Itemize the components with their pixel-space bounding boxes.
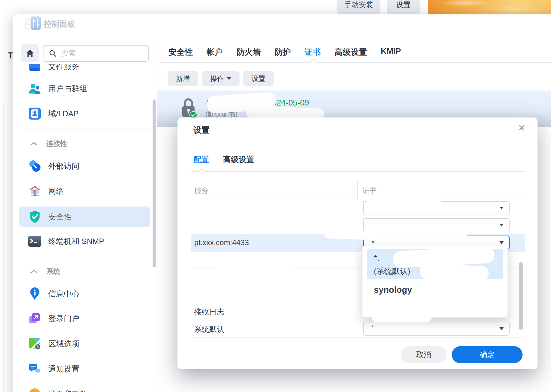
caret-down-icon [227, 77, 231, 80]
screen: T 手动安装 设置 控制面板 文件服务 用户与群组 [0, 0, 551, 392]
caret-down-icon [499, 224, 504, 227]
chevron-up-icon [30, 269, 37, 273]
add-button[interactable]: 新增 [168, 71, 198, 86]
system-default-cell: 系统默认 [194, 324, 224, 334]
redaction-blob [192, 213, 234, 221]
tab-protection[interactable]: 防护 [275, 47, 291, 58]
desktop-settings-button[interactable]: 设置 [387, 0, 420, 14]
sidebar-item-external-access[interactable]: 外部访问 [19, 156, 150, 176]
action-button[interactable]: 操作 [202, 71, 240, 86]
row-divider [191, 320, 525, 320]
redaction-blob [216, 266, 294, 272]
settings-button[interactable]: 设置 [243, 71, 274, 86]
section-label: 系统 [46, 267, 60, 276]
header-divider [13, 34, 551, 34]
notification-icon [28, 363, 42, 375]
sidebar-item-domain-ldap[interactable]: 域/LDAP [19, 103, 150, 124]
close-icon[interactable]: ✕ [518, 123, 526, 132]
redaction-blob [372, 312, 432, 322]
sidebar-item-file-services[interactable]: 文件服务 [19, 64, 150, 77]
redaction-blob [324, 229, 375, 240]
manual-install-button[interactable]: 手动安装 [337, 0, 380, 14]
sidebar-item-label: 终端机和 SNMP [48, 236, 104, 247]
main-tab-bar: 安全性 帐户 防火墙 防护 证书 高级设置 KMIP [168, 47, 401, 58]
caret-down-icon [499, 241, 504, 244]
settings-label: 设置 [252, 74, 265, 83]
sidebar-item-label: 外部访问 [48, 161, 79, 171]
sidebar-section-connectivity[interactable]: 连接性 [19, 138, 145, 150]
tab-advanced[interactable]: 高级设置 [335, 47, 367, 58]
sidebar-divider [157, 34, 157, 392]
action-label: 操作 [210, 74, 224, 83]
ok-button[interactable]: 确定 [452, 346, 523, 363]
tab-underline [161, 62, 551, 63]
sidebar-item-security[interactable]: 安全性 [19, 206, 150, 227]
tab-security[interactable]: 安全性 [168, 47, 193, 58]
desktop-wallpaper [428, 0, 551, 14]
background-divider [0, 64, 13, 64]
login-portal-icon [28, 312, 42, 325]
dialog-scrollbar[interactable] [519, 262, 523, 330]
caret-down-icon [499, 207, 504, 209]
column-header-service: 服务 [194, 186, 209, 195]
option-line2: (系统默认) [374, 266, 410, 277]
dialog-tab-advanced[interactable]: 高级设置 [223, 154, 254, 165]
sidebar-item-label: 安全性 [48, 212, 72, 222]
manual-install-label: 手动安装 [344, 0, 373, 10]
cancel-button[interactable]: 取消 [401, 346, 447, 363]
sidebar-item-label: 通知设置 [48, 364, 79, 374]
table-top-border [191, 181, 525, 181]
sidebar-section-divider [26, 129, 152, 129]
sidebar-item-hardware-power[interactable]: 硬件和电源 [19, 384, 150, 392]
sidebar-item-regional-options[interactable]: 区域选项 [19, 334, 150, 354]
sidebar-item-terminal-snmp[interactable]: 终端机和 SNMP [19, 231, 150, 251]
redaction-blob [419, 264, 489, 281]
search-icon [49, 49, 57, 57]
sidebar-item-label: 域/LDAP [48, 108, 79, 119]
receive-logs-cell: 接收日志 [194, 307, 224, 317]
dialog-footer-divider [177, 342, 538, 342]
tab-kmip[interactable]: KMIP [381, 47, 401, 58]
section-label: 连接性 [46, 139, 67, 148]
sidebar-item-label: 网络 [48, 186, 64, 197]
redaction-blob [366, 194, 441, 210]
regional-options-icon [28, 337, 42, 350]
dialog-tab-underline [191, 171, 525, 172]
sidebar-section-divider [26, 257, 152, 257]
certificate-toolbar: 新增 操作 设置 [168, 71, 274, 86]
sidebar-search[interactable] [43, 45, 149, 62]
tab-account[interactable]: 帐户 [207, 47, 223, 58]
dropdown-option-synology[interactable]: synology [374, 285, 412, 295]
sidebar-item-label: 文件服务 [48, 64, 79, 72]
domain-icon [28, 108, 42, 120]
tab-certificate[interactable]: 证书 [305, 47, 321, 58]
sidebar-item-info-center[interactable]: 信息中心 [19, 284, 150, 304]
table-bottom-border [191, 337, 525, 338]
add-label: 新增 [176, 74, 190, 83]
sidebar-item-label: 信息中心 [48, 289, 79, 299]
sidebar-item-label: 区域选项 [48, 339, 79, 349]
background-table-edge [3, 105, 4, 392]
search-input[interactable] [61, 49, 134, 58]
sidebar-item-notification-settings[interactable]: 通知设置 [19, 359, 150, 379]
sidebar-item-login-portal[interactable]: 登录门户 [19, 308, 150, 329]
sidebar-item-network[interactable]: 网络 [19, 181, 150, 201]
dialog-title: 设置 [193, 125, 210, 135]
file-services-icon [28, 64, 42, 73]
dialog-tab-configuration[interactable]: 配置 [193, 154, 209, 165]
caret-down-icon [499, 327, 504, 330]
sidebar-item-users-groups[interactable]: 用户与群组 [19, 79, 150, 99]
column-divider [357, 181, 358, 200]
table-header-border [191, 200, 525, 200]
row-divider [191, 217, 525, 217]
home-button[interactable] [21, 44, 39, 62]
redaction-blob [374, 322, 431, 334]
chevron-up-icon [30, 142, 37, 146]
sidebar-item-label: 硬件和电源 [48, 389, 87, 392]
tab-firewall[interactable]: 防火墙 [237, 47, 261, 58]
sidebar-section-system[interactable]: 系统 [19, 265, 145, 277]
sidebar-scrollbar[interactable] [153, 99, 156, 267]
ok-label: 确定 [480, 350, 495, 359]
dialog-active-tab-notch [198, 168, 205, 175]
terminal-icon [28, 236, 42, 247]
